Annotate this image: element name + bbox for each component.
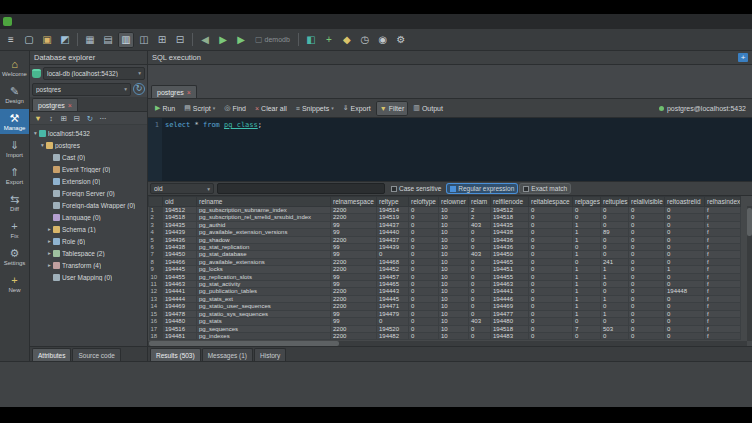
cell-relhasindex[interactable]: f [705, 303, 741, 310]
cell-reltablespace[interactable]: 0 [529, 244, 573, 251]
vertical-scrollbar[interactable] [747, 206, 752, 341]
snippets-button[interactable]: ≡Snippets▾ [292, 101, 338, 116]
horizontal-scrollbar-thumb[interactable] [149, 341, 339, 346]
cell-relfilenode[interactable]: 194465 [491, 258, 529, 265]
cell-relhasindex[interactable]: f [705, 281, 741, 288]
collapse-all-icon[interactable]: ⊟ [72, 113, 82, 123]
cell-reloftype[interactable]: 0 [409, 288, 439, 295]
row-number[interactable]: 11 [149, 281, 163, 288]
cell-relnamespace[interactable]: 99 [331, 221, 377, 228]
cell-reltablespace[interactable]: 0 [529, 273, 573, 280]
cell-relnamespace[interactable]: 99 [331, 310, 377, 317]
cell-relnamespace[interactable]: 2200 [331, 214, 377, 221]
cell-reltoastrelid[interactable]: 0 [665, 295, 705, 302]
cell-relfilenode[interactable]: 194436 [491, 244, 529, 251]
cell-relfilenode[interactable]: 194518 [491, 325, 529, 332]
cell-reloftype[interactable]: 0 [409, 244, 439, 251]
appbar-item-manage[interactable]: ⚒Manage [0, 109, 29, 134]
regular-expression-toggle[interactable]: Regular expression [447, 184, 517, 193]
cell-relallvisible[interactable]: 0 [629, 266, 665, 273]
cell-reltoastrelid[interactable]: 0 [665, 244, 705, 251]
cell-reltoastrelid[interactable]: 0 [665, 207, 705, 214]
cell-relallvisible[interactable]: 0 [629, 288, 665, 295]
cell-oid[interactable]: 194455 [163, 273, 197, 280]
cell-oid[interactable]: 194439 [163, 229, 197, 236]
cell-reltoastrelid[interactable]: 0 [665, 236, 705, 243]
user-icon[interactable]: ◉ [375, 32, 391, 48]
cell-relname[interactable]: pg_statio_user_sequences [197, 303, 331, 310]
find-button[interactable]: ◎Find [220, 101, 250, 116]
warning-icon[interactable]: ◆ [339, 32, 355, 48]
cell-relnamespace[interactable]: 99 [331, 229, 377, 236]
export-button[interactable]: ⇓Export [339, 101, 375, 116]
cell-relowner[interactable]: 10 [439, 273, 469, 280]
tree-item-cast[interactable]: Cast (0) [30, 151, 147, 163]
cell-reltuples[interactable]: 1 [601, 295, 629, 302]
cell-relam[interactable]: 2 [469, 214, 491, 221]
database-icon[interactable]: ◧ [303, 32, 319, 48]
cell-oid[interactable]: 194478 [163, 310, 197, 317]
cell-reloftype[interactable]: 0 [409, 266, 439, 273]
expand-arrow-icon[interactable]: ▸ [46, 226, 53, 232]
cell-relnamespace[interactable]: 2200 [331, 295, 377, 302]
cell-relallvisible[interactable]: 0 [629, 303, 665, 310]
cell-relam[interactable]: 0 [469, 281, 491, 288]
expand-all-icon[interactable]: ⊞ [59, 113, 69, 123]
cell-relallvisible[interactable]: 0 [629, 332, 665, 339]
cell-oid[interactable]: 194435 [163, 221, 197, 228]
cell-reltype[interactable]: 194465 [377, 281, 409, 288]
cell-reltablespace[interactable]: 0 [529, 251, 573, 258]
cell-reltablespace[interactable]: 0 [529, 207, 573, 214]
table-row[interactable]: 7194450pg_stat_database99001040319445001… [149, 251, 741, 258]
script-button[interactable]: ▤Script▾ [180, 101, 219, 116]
row-number[interactable]: 4 [149, 229, 163, 236]
column-header-relhasindex[interactable]: relhasindex [705, 197, 741, 207]
connection-select[interactable]: local-db (localhost:5432) ▾ [43, 67, 145, 80]
open-model-icon[interactable]: ▣ [39, 32, 55, 48]
cell-relname[interactable]: pg_stat_database [197, 251, 331, 258]
cell-relname[interactable]: pg_available_extension_versions [197, 229, 331, 236]
row-number[interactable]: 14 [149, 303, 163, 310]
step-back-icon[interactable]: ◀ [197, 32, 213, 48]
cell-relname[interactable]: pg_stats_ext [197, 295, 331, 302]
cell-relallvisible[interactable]: 0 [629, 221, 665, 228]
cell-oid[interactable]: 194441 [163, 288, 197, 295]
cell-relam[interactable]: 0 [469, 332, 491, 339]
cell-relfilenode[interactable]: 194446 [491, 295, 529, 302]
cell-relallvisible[interactable]: 0 [629, 214, 665, 221]
column-header-reltuples[interactable]: reltuples [601, 197, 629, 207]
cell-relfilenode[interactable]: 194435 [491, 221, 529, 228]
cell-relpages[interactable]: 1 [573, 310, 601, 317]
cell-relpages[interactable]: 1 [573, 295, 601, 302]
cell-relname[interactable]: pg_indexes [197, 332, 331, 339]
cell-reltuples[interactable]: 241 [601, 258, 629, 265]
cell-relfilenode[interactable]: 194518 [491, 214, 529, 221]
cell-relallvisible[interactable]: 0 [629, 251, 665, 258]
table-row[interactable]: 4194439pg_available_extension_versions99… [149, 229, 741, 236]
column-header-reloftype[interactable]: reloftype [409, 197, 439, 207]
column-header-reltablespace[interactable]: reltablespace [529, 197, 573, 207]
cell-relhasindex[interactable]: f [705, 332, 741, 339]
filter-icon[interactable]: ▼ [33, 113, 43, 123]
column-header-relallvisible[interactable]: relallvisible [629, 197, 665, 207]
cell-reloftype[interactable]: 0 [409, 281, 439, 288]
cell-reltuples[interactable]: 0 [601, 251, 629, 258]
main-menu-icon[interactable]: ≡ [3, 32, 19, 48]
tree-item-extension[interactable]: Extension (0) [30, 175, 147, 187]
cell-reltuples[interactable]: 0 [601, 332, 629, 339]
cell-relnamespace[interactable]: 99 [331, 251, 377, 258]
cell-relam[interactable]: 403 [469, 251, 491, 258]
database-select[interactable]: postgres ▾ [32, 83, 131, 96]
cell-reltoastrelid[interactable]: 0 [665, 258, 705, 265]
cell-reltuples[interactable]: 89 [601, 229, 629, 236]
cell-relpages[interactable]: 1 [573, 288, 601, 295]
cell-relam[interactable]: 0 [469, 258, 491, 265]
row-number[interactable]: 1 [149, 207, 163, 214]
cell-reloftype[interactable]: 0 [409, 258, 439, 265]
cell-relpages[interactable]: 7 [573, 325, 601, 332]
case-sensitive-toggle[interactable]: Case sensitive [388, 184, 444, 193]
cell-relallvisible[interactable]: 0 [629, 273, 665, 280]
cell-reloftype[interactable]: 0 [409, 236, 439, 243]
cell-reltuples[interactable]: 0 [601, 318, 629, 325]
row-number[interactable]: 15 [149, 310, 163, 317]
